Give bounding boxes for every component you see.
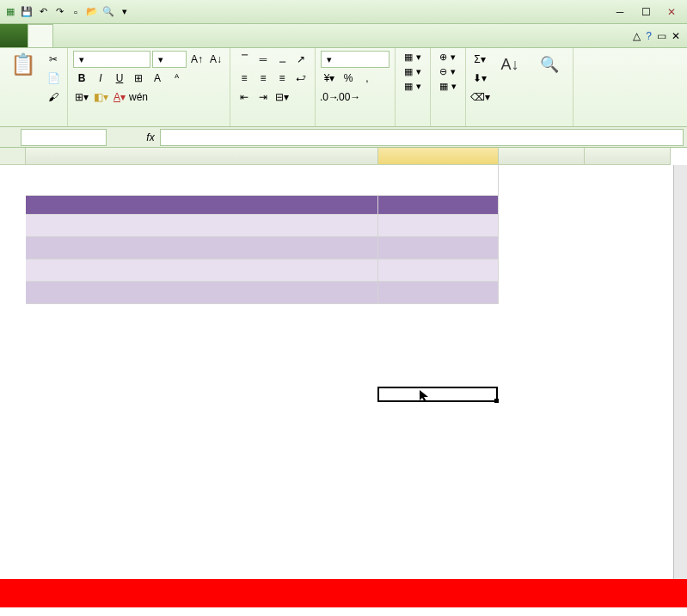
close-button[interactable]: ✕ <box>659 3 684 21</box>
footer-banner <box>0 579 687 607</box>
vertical-scrollbar[interactable] <box>673 165 687 579</box>
cell-r1b[interactable] <box>378 215 499 237</box>
font-size-combo[interactable]: ▾ <box>152 51 187 68</box>
tab-data[interactable] <box>126 24 150 47</box>
title-bar: ▦ 💾 ↶ ↷ ▫ 📂 🔍 ▾ ─ ☐ ✕ <box>0 0 687 24</box>
autosum-icon[interactable]: Σ▾ <box>471 51 488 68</box>
insert-cells-button[interactable]: ⊕▾ <box>436 51 460 64</box>
tab-view[interactable] <box>174 24 198 47</box>
ribbon-group-number: ▾ ¥▾ % , .0→ .00→ <box>316 48 396 126</box>
cell-r3[interactable] <box>26 259 378 282</box>
minimize-ribbon-icon[interactable]: △ <box>633 30 641 42</box>
font-color-button[interactable]: A▾ <box>111 88 128 106</box>
cells-area[interactable] <box>26 165 673 579</box>
cell-styles-icon: ▦ <box>404 81 413 92</box>
comma-icon[interactable]: , <box>359 70 376 87</box>
border-button[interactable]: ⊞ <box>130 70 147 87</box>
table-format-button[interactable]: ▦▾ <box>401 65 425 78</box>
align-middle-icon[interactable]: ═ <box>255 51 272 68</box>
ribbon-restore-icon[interactable]: ▭ <box>657 30 666 42</box>
italic-button[interactable]: I <box>92 70 109 87</box>
cell-r4b[interactable] <box>378 282 499 304</box>
name-box[interactable] <box>21 129 107 146</box>
col-header-D[interactable] <box>585 148 671 165</box>
minimize-button[interactable]: ─ <box>608 3 632 21</box>
underline-button[interactable]: U <box>111 70 128 87</box>
cell-title[interactable] <box>26 165 499 196</box>
qat-more-icon[interactable]: ▾ <box>118 5 132 19</box>
phonetic-icon[interactable]: wén <box>130 88 147 106</box>
merge-cells-icon[interactable]: ⊟▾ <box>273 88 291 106</box>
align-center-icon[interactable]: ≡ <box>255 70 272 87</box>
clear-icon[interactable]: ⌫▾ <box>471 88 488 106</box>
bold-button[interactable]: B <box>73 70 90 87</box>
percent-icon[interactable]: % <box>340 70 357 87</box>
redo-icon[interactable]: ↷ <box>52 5 66 19</box>
col-header-A[interactable] <box>26 148 378 165</box>
cell-styles-button[interactable]: ▦▾ <box>401 80 425 93</box>
formula-bar-row: fx <box>0 127 687 148</box>
cell-header-2[interactable] <box>378 196 499 215</box>
copy-icon[interactable]: 📄 <box>45 70 62 87</box>
tab-layout[interactable] <box>77 24 101 47</box>
tab-dev[interactable] <box>198 24 222 47</box>
tab-home[interactable] <box>28 24 53 47</box>
delete-cells-button[interactable]: ⊖▾ <box>436 65 460 78</box>
align-left-icon[interactable]: ≡ <box>236 70 253 87</box>
col-header-B[interactable] <box>378 148 499 165</box>
cell-r4[interactable] <box>26 282 378 304</box>
border-dropdown[interactable]: ⊞▾ <box>73 88 90 106</box>
decrease-decimal-icon[interactable]: .00→ <box>340 88 357 106</box>
cell-header-1[interactable] <box>26 196 378 215</box>
align-top-icon[interactable]: ⎺ <box>236 51 253 68</box>
font-shrink-icon[interactable]: ᴬ <box>168 70 185 87</box>
help-icon[interactable]: ? <box>646 30 652 42</box>
format-painter-icon[interactable]: 🖌 <box>45 88 62 106</box>
align-right-icon[interactable]: ≡ <box>273 70 291 87</box>
new-icon[interactable]: ▫ <box>69 5 83 19</box>
format-cells-button[interactable]: ▦▾ <box>436 80 460 93</box>
increase-font-icon[interactable]: A↑ <box>188 51 205 68</box>
ribbon-close-icon[interactable]: ✕ <box>672 30 680 42</box>
decrease-indent-icon[interactable]: ⇤ <box>236 88 253 106</box>
fill-handle[interactable] <box>494 399 499 403</box>
fx-button[interactable]: fx <box>141 131 160 143</box>
wrap-text-icon[interactable]: ⮐ <box>292 70 310 87</box>
help-controls: △ ? ▭ ✕ <box>633 24 687 47</box>
conditional-format-button[interactable]: ▦▾ <box>401 51 425 64</box>
cell-r2[interactable] <box>26 237 378 259</box>
fill-icon[interactable]: ⬇▾ <box>471 70 488 87</box>
tab-file[interactable] <box>0 24 28 47</box>
paste-button[interactable]: 📋 <box>5 51 41 80</box>
ribbon-tabs: △ ? ▭ ✕ <box>0 24 687 48</box>
col-header-C[interactable] <box>499 148 585 165</box>
increase-indent-icon[interactable]: ⇥ <box>255 88 272 106</box>
fill-color-button[interactable]: ◧▾ <box>92 88 109 106</box>
cell-r2b[interactable] <box>378 237 499 259</box>
cell-r1[interactable] <box>26 215 378 237</box>
table-format-icon: ▦ <box>404 66 413 77</box>
ribbon-group-styles: ▦▾ ▦▾ ▦▾ <box>396 48 431 126</box>
cut-icon[interactable]: ✂ <box>45 51 62 68</box>
open-icon[interactable]: 📂 <box>85 5 99 19</box>
formula-bar[interactable] <box>160 129 684 146</box>
align-bottom-icon[interactable]: ⎽ <box>273 51 291 68</box>
sort-filter-button[interactable]: A↓ <box>492 51 528 80</box>
decrease-font-icon[interactable]: A↓ <box>207 51 224 68</box>
tab-insert[interactable] <box>53 24 77 47</box>
tab-review[interactable] <box>150 24 174 47</box>
undo-icon[interactable]: ↶ <box>36 5 50 19</box>
cell-r3b[interactable] <box>378 259 499 282</box>
maximize-button[interactable]: ☐ <box>634 3 658 21</box>
select-all-corner[interactable] <box>0 148 26 165</box>
number-format-combo[interactable]: ▾ <box>321 51 390 68</box>
save-icon[interactable]: 💾 <box>20 5 34 19</box>
tab-formula[interactable] <box>101 24 126 47</box>
preview-icon[interactable]: 🔍 <box>101 5 115 19</box>
currency-icon[interactable]: ¥▾ <box>321 70 338 87</box>
orientation-icon[interactable]: ↗ <box>292 51 310 68</box>
find-select-button[interactable]: 🔍 <box>531 51 567 80</box>
column-headers <box>26 148 673 165</box>
font-name-combo[interactable]: ▾ <box>73 51 150 68</box>
font-grow-icon[interactable]: A <box>149 70 166 87</box>
